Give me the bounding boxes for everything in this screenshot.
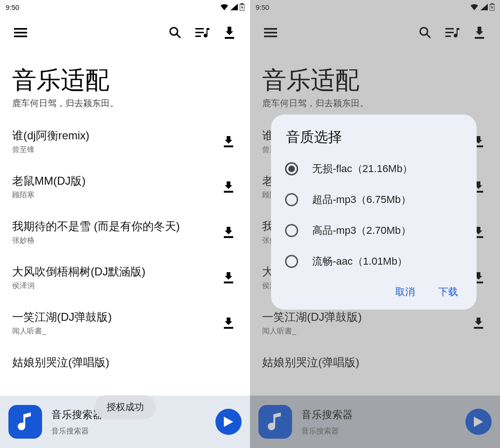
svg-rect-14 [224,282,233,283]
song-title: 一笑江湖(DJ弹鼓版) [12,310,219,325]
svg-rect-4 [14,36,27,37]
download-button[interactable] [219,223,238,242]
now-playing-subtitle: 音乐搜索器 [51,426,206,436]
download-icon [224,27,235,39]
svg-rect-1 [241,3,243,4]
list-item[interactable]: 我期待的不是雪 (而是有你的冬天) 张妙格 [0,210,250,255]
song-title: 谁(dj阿衡remix) [12,128,219,143]
song-title: 我期待的不是雪 (而是有你的冬天) [12,219,219,234]
svg-rect-11 [224,145,233,147]
music-note-icon [17,412,34,431]
status-time: 9:50 [6,3,19,11]
song-artist: 张妙格 [12,236,219,246]
song-list: 谁(dj阿衡remix) 曾至锋 老鼠MM(DJ版) 顾陌寒 我期待的不是雪 (… [0,114,250,370]
list-item[interactable]: 一笑江湖(DJ弹鼓版) 闻人听書_ [0,300,250,346]
download-icon [223,227,234,238]
svg-rect-13 [224,236,233,238]
queue-music-icon [195,27,209,38]
header: 音乐适配 鹿车何日驾，归去颍东田。 [0,51,250,114]
download-button[interactable] [219,314,238,332]
hamburger-icon [14,28,27,37]
svg-rect-2 [14,28,27,30]
radio-label: 超品-mp3（6.75Mb） [312,193,411,207]
song-title: 大风吹倒梧桐树(DJ默涵版) [12,264,219,279]
dialog-title: 音质选择 [271,128,477,153]
play-button[interactable] [215,409,242,435]
queue-button[interactable] [191,22,214,44]
download-icon [223,272,234,283]
svg-line-6 [177,34,180,38]
svg-rect-10 [225,37,234,39]
status-bar: 9:50 [0,0,250,14]
search-icon [169,26,182,39]
download-button[interactable] [219,178,238,196]
song-artist: 闻人听書_ [12,326,219,336]
status-icons [220,3,244,11]
play-icon [224,417,233,427]
svg-rect-15 [224,327,233,329]
list-item[interactable]: 大风吹倒梧桐树(DJ默涵版) 侯泽润 [0,255,250,300]
album-art [8,405,42,439]
radio-icon [285,162,298,175]
song-artist: 顾陌寒 [12,190,219,200]
list-item[interactable]: 老鼠MM(DJ版) 顾陌寒 [0,164,250,210]
wifi-icon [220,4,229,10]
quality-dialog: 音质选择 无损-flac（21.16Mb） 超品-mp3（6.75Mb） 高品-… [271,115,477,310]
download-icon [223,181,234,193]
page-title: 音乐适配 [12,65,238,94]
partial-list-item[interactable]: 姑娘别哭泣(弹唱版) [0,346,250,370]
downloads-button[interactable] [218,22,241,44]
download-button[interactable] [219,268,238,287]
song-artist: 曾至锋 [12,145,219,155]
song-artist: 侯泽润 [12,281,219,291]
download-icon [223,318,234,329]
radio-label: 流畅-aac（1.01Mb） [312,254,407,268]
radio-label: 高品-mp3（2.70Mb） [312,224,411,238]
quality-option[interactable]: 无损-flac（21.16Mb） [271,153,477,184]
svg-rect-8 [195,32,204,33]
quality-option[interactable]: 流畅-aac（1.01Mb） [271,246,477,277]
radio-label: 无损-flac（21.16Mb） [312,162,413,176]
svg-rect-9 [195,36,201,37]
quality-option[interactable]: 高品-mp3（2.70Mb） [271,215,477,246]
quality-option[interactable]: 超品-mp3（6.75Mb） [271,184,477,215]
svg-rect-12 [224,191,233,193]
toast: 授权成功 [94,395,156,419]
radio-icon [285,224,298,237]
song-title: 老鼠MM(DJ版) [12,173,219,188]
download-icon [223,136,234,147]
list-item[interactable]: 谁(dj阿衡remix) 曾至锋 [0,119,250,164]
download-confirm-button[interactable]: 下载 [438,285,458,298]
svg-rect-7 [195,28,204,29]
search-button[interactable] [164,22,186,44]
svg-rect-3 [14,32,27,34]
radio-icon [285,255,298,268]
screen-left: 9:50 音乐适配 鹿车何日驾，归去颍东田。 谁(dj阿衡remix) 曾至锋 [0,0,250,448]
toolbar [0,14,250,51]
download-button[interactable] [219,132,238,151]
screen-right: 9:50 音乐适配 鹿车何日驾，归去颍东田。 谁(dj阿衡remix) 曾至锋 [250,0,500,448]
dialog-actions: 取消 下载 [271,277,477,303]
menu-button[interactable] [9,22,32,44]
radio-icon [285,193,298,206]
signal-icon [230,4,238,10]
svg-point-5 [170,28,178,35]
cancel-button[interactable]: 取消 [395,285,415,298]
battery-icon [240,3,244,11]
page-subtitle: 鹿车何日驾，归去颍东田。 [12,97,238,109]
